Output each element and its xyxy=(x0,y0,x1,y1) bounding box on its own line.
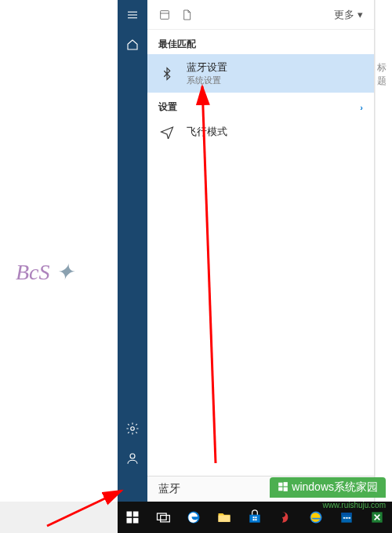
svg-rect-32 xyxy=(284,487,288,491)
chevron-right-icon: › xyxy=(360,103,363,112)
result-airplane-mode[interactable]: 飞行模式 xyxy=(147,117,374,147)
section-best-match: 最佳匹配 xyxy=(147,30,374,54)
background-label: 标题 xyxy=(377,61,392,88)
svg-rect-18 xyxy=(253,519,255,520)
svg-rect-8 xyxy=(133,512,139,517)
source-url: www.ruishuju.com xyxy=(322,501,386,509)
file-explorer-icon[interactable] xyxy=(209,502,240,533)
search-results-panel: 更多 ▾ 最佳匹配 蓝牙设置 系统设置 设置 › 飞行模式 xyxy=(147,0,375,502)
section-settings[interactable]: 设置 › xyxy=(147,93,374,117)
chevron-down-icon: ▾ xyxy=(358,9,363,20)
svg-point-3 xyxy=(131,427,135,431)
documents-filter-icon[interactable] xyxy=(176,4,198,26)
more-filters-button[interactable]: 更多 ▾ xyxy=(329,8,368,22)
svg-rect-15 xyxy=(249,515,260,523)
edge-browser-icon[interactable] xyxy=(179,502,209,533)
svg-rect-25 xyxy=(348,517,350,519)
windows-logo-icon xyxy=(278,481,289,495)
svg-rect-23 xyxy=(343,517,346,519)
hamburger-icon[interactable] xyxy=(118,0,147,30)
svg-rect-17 xyxy=(255,517,256,518)
svg-rect-10 xyxy=(133,518,139,524)
source-watermark: windows系统家园 xyxy=(270,477,386,498)
bluetooth-icon xyxy=(158,65,176,82)
svg-rect-22 xyxy=(341,513,351,515)
svg-rect-11 xyxy=(158,513,167,520)
decorative-watermark: BcS ✦ xyxy=(16,259,74,285)
apps-filter-icon[interactable] xyxy=(154,4,176,26)
svg-rect-19 xyxy=(255,519,256,520)
settings-gear-icon[interactable] xyxy=(118,414,147,444)
start-menu-rail xyxy=(118,0,147,502)
home-icon[interactable] xyxy=(118,30,147,60)
store-icon[interactable] xyxy=(240,502,270,533)
more-label: 更多 xyxy=(334,8,354,22)
svg-rect-31 xyxy=(278,487,282,491)
airplane-icon xyxy=(158,123,176,141)
result-subtitle: 系统设置 xyxy=(187,75,227,86)
panel-toolbar: 更多 ▾ xyxy=(147,0,374,30)
desktop-background: BcS ✦ xyxy=(0,0,118,502)
user-account-icon[interactable] xyxy=(118,444,147,473)
svg-point-4 xyxy=(130,454,135,458)
start-button[interactable] xyxy=(118,502,148,533)
svg-rect-9 xyxy=(127,518,132,524)
svg-rect-14 xyxy=(219,516,230,522)
result-bluetooth-settings[interactable]: 蓝牙设置 系统设置 xyxy=(147,54,374,93)
task-view-icon[interactable] xyxy=(148,502,179,533)
result-title: 飞行模式 xyxy=(187,125,227,139)
result-title: 蓝牙设置 xyxy=(187,60,227,75)
svg-rect-7 xyxy=(127,512,132,517)
svg-rect-24 xyxy=(346,517,348,519)
svg-rect-5 xyxy=(161,10,169,19)
app-icon-red[interactable] xyxy=(270,502,300,533)
svg-rect-16 xyxy=(253,517,255,518)
svg-rect-30 xyxy=(284,482,288,486)
svg-rect-12 xyxy=(161,516,170,522)
background-window-edge: 标题 xyxy=(375,0,392,502)
svg-rect-29 xyxy=(278,482,282,486)
